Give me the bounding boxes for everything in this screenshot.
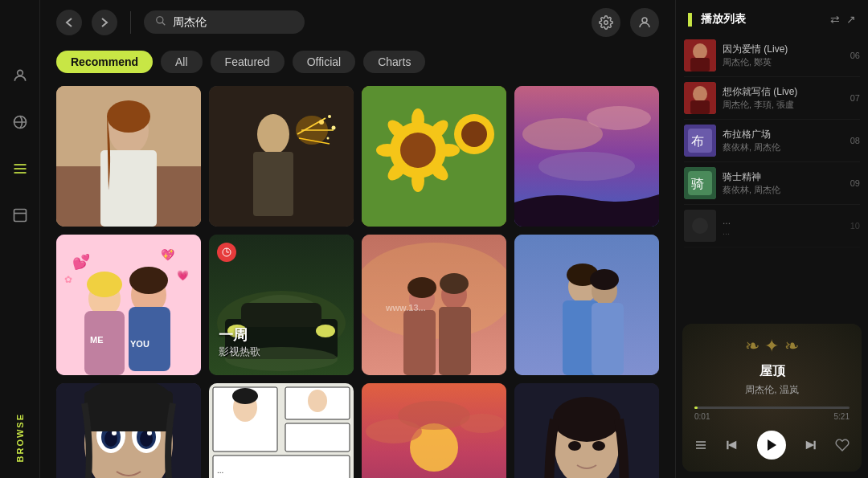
- content-grid: 💕 💖 💗 ✿ ME YOU: [40, 80, 675, 478]
- svg-point-105: [232, 388, 258, 404]
- svg-rect-100: [285, 423, 350, 451]
- svg-point-9: [604, 20, 608, 24]
- card-3[interactable]: [362, 86, 506, 227]
- playlist-item-6[interactable]: 因为爱情 (Live) 周杰伦, 鄭英 06: [684, 35, 860, 77]
- settings-button[interactable]: [592, 8, 620, 37]
- playlist-thumb-8: 布: [684, 125, 716, 157]
- svg-point-35: [437, 144, 460, 157]
- filter-all[interactable]: All: [161, 51, 203, 73]
- svg-rect-101: [213, 456, 350, 478]
- playlist-song-10: ...: [723, 215, 844, 227]
- playlist-artist-10: ...: [723, 227, 844, 236]
- svg-point-66: [316, 325, 335, 337]
- player-song-title: 屋顶: [694, 363, 850, 380]
- svg-rect-19: [253, 152, 293, 216]
- sidebar-icon-music[interactable]: [9, 204, 31, 227]
- playlist-title: 播放列表: [701, 12, 746, 27]
- svg-text:YOU: YOU: [130, 339, 149, 349]
- sidebar-icon-globe[interactable]: [9, 111, 31, 133]
- card-11[interactable]: [362, 383, 506, 478]
- card-7[interactable]: www.13...: [362, 235, 506, 375]
- playlist-item-8[interactable]: 布 布拉格广场 蔡依林, 周杰伦 08: [684, 120, 860, 162]
- player-list-button[interactable]: [694, 439, 707, 451]
- filter-official[interactable]: Official: [293, 51, 356, 73]
- sidebar-icon-user[interactable]: [9, 64, 31, 87]
- playlist-artist-9: 蔡依林, 周杰伦: [723, 184, 844, 196]
- card-6[interactable]: 一周 影视热歌: [209, 235, 354, 375]
- search-box: 周杰伦: [144, 10, 305, 34]
- playlist-item-7[interactable]: 想你就写信 (Live) 周杰伦, 李頊, 張盧 07: [684, 77, 860, 120]
- playlist-thumb-7: [684, 82, 716, 114]
- card-5[interactable]: 💕 💖 💗 ✿ ME YOU: [56, 235, 201, 375]
- card-12[interactable]: [514, 383, 659, 478]
- sidebar-icon-list[interactable]: [9, 157, 31, 180]
- svg-point-7: [157, 17, 163, 23]
- card-logo: [217, 243, 236, 262]
- svg-point-44: [587, 106, 651, 130]
- playlist-thumb-9: 骑: [684, 167, 716, 199]
- sidebar: BROWSE: [0, 0, 40, 478]
- card-1[interactable]: [56, 86, 201, 227]
- progress-bar[interactable]: [694, 407, 850, 409]
- svg-text:💗: 💗: [177, 269, 189, 281]
- search-input[interactable]: 周杰伦: [173, 16, 285, 29]
- svg-point-121: [693, 43, 707, 59]
- player-play-button[interactable]: [757, 431, 786, 460]
- playlist-info-9: 骑士精神 蔡依林, 周杰伦: [723, 170, 844, 196]
- filter-charts[interactable]: Charts: [363, 51, 425, 73]
- filter-featured[interactable]: Featured: [211, 51, 285, 73]
- player-heart-button[interactable]: [835, 438, 850, 452]
- right-panel: ▌ 播放列表 ⇄ ↗ 因为爱情 (Live) 周杰伦, 鄭英 06: [675, 0, 868, 478]
- playlist-num-8: 08: [850, 136, 860, 145]
- back-button[interactable]: [56, 10, 82, 35]
- player: ❧ ✦ ❧ 屋顶 周杰伦, 温岚 0:01 5:21: [682, 324, 862, 472]
- topbar: 周杰伦: [40, 0, 675, 44]
- svg-point-124: [693, 86, 707, 102]
- topbar-right: [592, 8, 659, 37]
- current-time: 0:01: [694, 412, 710, 421]
- svg-point-45: [538, 152, 635, 181]
- svg-rect-96: [84, 391, 173, 431]
- playlist-items: 因为爱情 (Live) 周杰伦, 鄭英 06 想你就写信 (Live) 周杰伦,…: [676, 35, 868, 317]
- playlist-share-btn[interactable]: ↗: [846, 13, 856, 26]
- card-10[interactable]: ...: [209, 383, 354, 478]
- svg-point-18: [257, 114, 289, 154]
- svg-point-53: [129, 267, 168, 294]
- player-content: ❧ ✦ ❧ 屋顶 周杰伦, 温岚 0:01 5:21: [694, 336, 850, 460]
- playlist-info-8: 布拉格广场 蔡依林, 周杰伦: [723, 128, 844, 153]
- playlist-header: ▌ 播放列表 ⇄ ↗: [676, 0, 868, 35]
- svg-point-10: [642, 18, 647, 22]
- filter-recommend[interactable]: Recommend: [56, 51, 153, 73]
- svg-rect-122: [690, 58, 710, 71]
- card-8[interactable]: [514, 235, 659, 375]
- playlist-num-6: 06: [850, 51, 860, 60]
- svg-text:布: 布: [691, 134, 704, 148]
- svg-point-84: [590, 269, 619, 290]
- playlist-shuffle-btn[interactable]: ⇄: [830, 13, 840, 26]
- card-9[interactable]: [56, 383, 201, 478]
- svg-point-34: [376, 144, 399, 157]
- playlist-item-9[interactable]: 骑 骑士精神 蔡依林, 周杰伦 09: [684, 162, 860, 205]
- playlist-num-9: 09: [850, 178, 860, 188]
- playlist-info-10: ... ...: [723, 215, 844, 236]
- player-artist-name: 周杰伦, 温岚: [694, 383, 850, 397]
- playlist-num-7: 07: [850, 93, 860, 103]
- main-content: 周杰伦 Recommend All Featured Official Char…: [40, 0, 675, 478]
- card-movie-songs-label: 影视热歌: [219, 345, 260, 359]
- svg-rect-82: [592, 303, 624, 375]
- playlist-item-10[interactable]: ... ... 10: [684, 205, 860, 247]
- card-2[interactable]: [209, 86, 354, 227]
- user-button[interactable]: [630, 8, 659, 37]
- search-icon: [155, 15, 166, 29]
- svg-rect-5: [14, 210, 26, 222]
- svg-text:💖: 💖: [161, 248, 175, 262]
- card-4[interactable]: [514, 86, 659, 227]
- svg-point-0: [17, 70, 23, 76]
- player-next-button[interactable]: [803, 438, 817, 452]
- playlist-bar-icon: ▌: [688, 13, 696, 26]
- progress-fill: [694, 407, 698, 409]
- svg-text:www.13...: www.13...: [385, 303, 426, 313]
- player-prev-button[interactable]: [725, 438, 739, 452]
- playlist-num-10: 10: [850, 221, 860, 231]
- forward-button[interactable]: [92, 10, 117, 35]
